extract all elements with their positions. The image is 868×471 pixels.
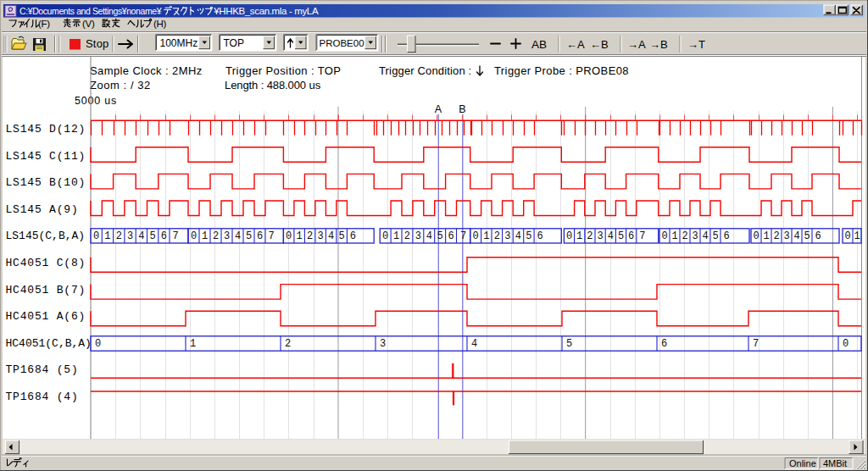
svg-text:(V): (V)	[82, 19, 95, 29]
svg-text:Stop: Stop	[86, 37, 109, 50]
svg-text:3: 3	[127, 230, 133, 242]
svg-text:←B: ←B	[590, 38, 609, 51]
svg-text:2: 2	[587, 230, 593, 242]
svg-text:6: 6	[628, 230, 634, 242]
svg-text:1: 1	[854, 230, 860, 242]
svg-text:2: 2	[404, 230, 410, 242]
svg-text:1: 1	[576, 230, 582, 242]
svg-text:1: 1	[202, 230, 208, 242]
svg-text:1: 1	[297, 230, 303, 242]
svg-text:1: 1	[104, 230, 110, 242]
svg-text:0: 0	[286, 230, 292, 242]
svg-text:5: 5	[526, 230, 531, 242]
svg-text:5: 5	[566, 338, 572, 350]
svg-text:C:¥Documents and Settings¥nona: C:¥Documents and Settings¥noname¥	[19, 6, 162, 16]
svg-text:3: 3	[224, 230, 230, 242]
svg-text:0: 0	[566, 230, 572, 242]
svg-text:TP1684 (4): TP1684 (4)	[6, 391, 79, 403]
svg-text:7: 7	[460, 230, 466, 242]
svg-text:6: 6	[350, 230, 356, 242]
svg-text:LS145 C(11): LS145 C(11)	[6, 150, 86, 163]
svg-text:4: 4	[515, 230, 521, 242]
svg-text:4: 4	[426, 230, 432, 242]
svg-text:(H): (H)	[153, 19, 167, 29]
svg-text:PROBE00: PROBE00	[320, 38, 364, 48]
svg-text:0: 0	[753, 230, 759, 242]
svg-text:→A: →A	[627, 38, 646, 51]
svg-text:4: 4	[471, 338, 477, 350]
svg-text:HC4051(C,B,A): HC4051(C,B,A)	[6, 337, 92, 350]
svg-text:2: 2	[682, 230, 687, 242]
svg-text:5: 5	[712, 230, 718, 242]
svg-text:0: 0	[93, 230, 99, 242]
svg-text:2: 2	[285, 338, 291, 350]
svg-text:3: 3	[692, 230, 698, 242]
svg-text:2: 2	[494, 230, 500, 242]
svg-text:4: 4	[138, 230, 144, 242]
svg-text:0: 0	[191, 230, 197, 242]
svg-text:5: 5	[804, 230, 810, 242]
svg-text:HC4051 B(7): HC4051 B(7)	[6, 284, 86, 296]
svg-text:1: 1	[671, 230, 677, 242]
svg-text:2: 2	[116, 230, 122, 242]
svg-text:2: 2	[307, 230, 313, 242]
svg-text:0: 0	[843, 338, 849, 350]
svg-text:7: 7	[639, 230, 645, 242]
svg-text:6: 6	[661, 338, 667, 350]
svg-text:3: 3	[504, 230, 510, 242]
svg-text:4: 4	[702, 230, 708, 242]
svg-text:3: 3	[380, 338, 386, 350]
svg-text:4: 4	[235, 230, 241, 242]
svg-text:0: 0	[473, 230, 479, 242]
svg-text:100MHz: 100MHz	[160, 37, 198, 49]
svg-text:3: 3	[415, 230, 421, 242]
svg-text:1: 1	[393, 230, 399, 242]
svg-text:Trigger Condition :: Trigger Condition :	[379, 64, 471, 77]
svg-text:Online: Online	[789, 458, 816, 468]
svg-text:LS145 A(9): LS145 A(9)	[6, 203, 79, 216]
svg-text:0: 0	[95, 338, 101, 350]
svg-text:(F): (F)	[38, 19, 50, 29]
svg-text:3: 3	[318, 230, 324, 242]
svg-text:Trigger Probe : PROBE08: Trigger Probe : PROBE08	[494, 64, 629, 77]
svg-text:←A: ←A	[566, 38, 585, 51]
svg-text:6: 6	[257, 230, 263, 242]
svg-text:5: 5	[339, 230, 345, 242]
svg-text:7: 7	[172, 230, 178, 242]
svg-text:5: 5	[246, 230, 252, 242]
svg-text:7: 7	[268, 230, 274, 242]
svg-text:¥HHKB_scan.mla - myLA: ¥HHKB_scan.mla - myLA	[213, 6, 319, 16]
svg-text:1: 1	[763, 230, 769, 242]
svg-text:LS145(C,B,A): LS145(C,B,A)	[6, 230, 86, 242]
svg-text:6: 6	[161, 230, 167, 242]
svg-text:1: 1	[190, 338, 196, 350]
svg-text:6: 6	[815, 230, 821, 242]
svg-text:Sample Clock : 2MHz: Sample Clock : 2MHz	[90, 64, 203, 77]
svg-text:B: B	[459, 103, 465, 115]
svg-text:LS145 D(12): LS145 D(12)	[6, 123, 86, 136]
svg-text:4: 4	[608, 230, 614, 242]
svg-text:4MBit: 4MBit	[823, 458, 847, 468]
svg-text:→B: →B	[649, 38, 668, 51]
svg-text:0: 0	[382, 230, 388, 242]
svg-text:→T: →T	[687, 38, 705, 51]
svg-text:3: 3	[783, 230, 789, 242]
svg-text:6: 6	[448, 230, 453, 242]
svg-text:HC4051 A(6): HC4051 A(6)	[6, 310, 86, 323]
svg-text:5000 us: 5000 us	[75, 95, 117, 107]
svg-text:0: 0	[661, 230, 667, 242]
svg-text:7: 7	[753, 338, 759, 350]
svg-text:2: 2	[773, 230, 779, 242]
svg-text:Length : 488.000 us: Length : 488.000 us	[225, 79, 321, 91]
svg-text:6: 6	[723, 230, 729, 242]
svg-text:A: A	[435, 103, 442, 115]
svg-text:AB: AB	[531, 38, 547, 51]
svg-text:5: 5	[437, 230, 443, 242]
svg-text:1: 1	[483, 230, 489, 242]
svg-text:LS145 B(10): LS145 B(10)	[6, 176, 86, 189]
svg-text:Trigger Position : TOP: Trigger Position : TOP	[225, 64, 341, 77]
svg-text:6: 6	[537, 230, 542, 242]
svg-text:5: 5	[150, 230, 156, 242]
svg-text:3: 3	[597, 230, 603, 242]
svg-text:4: 4	[328, 230, 334, 242]
